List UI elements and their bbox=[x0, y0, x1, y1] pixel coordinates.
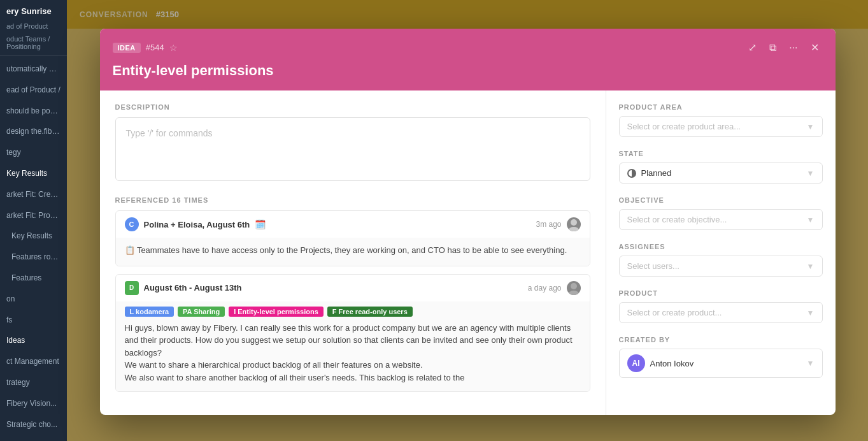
reference-item-2: D August 6th - August 13th a day ago bbox=[115, 274, 590, 393]
sidebar-sub-teams: oduct Teams / Positioning bbox=[0, 33, 67, 53]
description-label: DESCRIPTION bbox=[115, 103, 590, 111]
objective-label: OBJECTIVE bbox=[619, 196, 823, 204]
tag-entity-permissions: I Entity-level permissions bbox=[229, 307, 324, 317]
idea-modal: IDEA #544 ☆ ⤢ ⧉ ··· ✕ Entity-level permi… bbox=[100, 29, 836, 415]
expand-button[interactable]: ⤢ bbox=[744, 39, 760, 56]
sidebar-item-key-results[interactable]: Key Results bbox=[0, 163, 67, 184]
objective-chevron-icon: ▼ bbox=[807, 215, 815, 224]
objective-placeholder: Select or create objective... bbox=[627, 215, 727, 224]
created-by-left: AI Anton Iokov bbox=[627, 354, 694, 372]
description-input[interactable]: Type '/' for commands bbox=[115, 117, 590, 181]
modal-header-top-row: IDEA #544 ☆ ⤢ ⧉ ··· ✕ bbox=[113, 39, 823, 56]
ref1-header: C Polina + Eloisa, August 6th 🗓️ 3m ago bbox=[116, 211, 590, 238]
sidebar-item-fibery-vision[interactable]: Fibery Vision... bbox=[0, 393, 67, 414]
sidebar-item-ct-mgmt[interactable]: ct Management bbox=[0, 351, 67, 372]
sidebar-item-features[interactable]: Features bbox=[0, 268, 67, 289]
ref2-title: August 6th - August 13th bbox=[144, 283, 242, 293]
objective-field: OBJECTIVE Select or create objective... … bbox=[619, 196, 823, 230]
ref1-title: Polina + Eloisa, August 6th bbox=[144, 220, 250, 229]
created-by-label: CREATED BY bbox=[619, 336, 823, 343]
referenced-section: REFERENCED 16 TIMES C Polina + Eloisa, A… bbox=[115, 196, 590, 392]
sidebar-item-features-road[interactable]: Features road... bbox=[0, 247, 67, 268]
tag-free-readonly: F Free read-only users bbox=[327, 307, 413, 317]
modal-body: DESCRIPTION Type '/' for commands REFERE… bbox=[100, 90, 836, 415]
ref1-text: 📋 Teammates have to have access only to … bbox=[125, 244, 581, 257]
assignees-placeholder: Select users... bbox=[627, 261, 679, 271]
star-icon[interactable]: ☆ bbox=[169, 43, 178, 53]
ref2-header-right: a day ago bbox=[528, 281, 581, 295]
product-select[interactable]: Select or create product... ▼ bbox=[619, 302, 823, 323]
product-area-select[interactable]: Select or create product area... ▼ bbox=[619, 116, 823, 137]
modal-overlay: IDEA #544 ☆ ⤢ ⧉ ··· ✕ Entity-level permi… bbox=[67, 0, 868, 441]
svg-point-0 bbox=[571, 219, 577, 226]
more-button[interactable]: ··· bbox=[785, 40, 801, 56]
modal-header-left: IDEA #544 ☆ bbox=[113, 43, 178, 53]
tag-kodamera: L kodamera bbox=[125, 307, 174, 317]
modal-header-actions: ⤢ ⧉ ··· ✕ bbox=[744, 39, 822, 56]
state-select[interactable]: Planned ▼ bbox=[619, 163, 823, 184]
ref2-tag-row: L kodamera PA Sharing I Entity-level per… bbox=[125, 307, 581, 317]
ref2-text3: We also want to share another backlog of… bbox=[125, 372, 581, 384]
creator-name: Anton Iokov bbox=[650, 359, 694, 368]
created-by-select[interactable]: AI Anton Iokov ▼ bbox=[619, 349, 823, 378]
sidebar-item-head-product[interactable]: ead of Product / bbox=[0, 80, 67, 101]
ref1-user-avatar bbox=[567, 217, 581, 231]
modal-left-panel: DESCRIPTION Type '/' for commands REFERE… bbox=[100, 90, 606, 415]
sidebar-item-tegy[interactable]: tegy bbox=[0, 142, 67, 163]
objective-select[interactable]: Select or create objective... ▼ bbox=[619, 209, 823, 230]
product-placeholder: Select or create product... bbox=[627, 308, 722, 317]
ref2-time: a day ago bbox=[528, 284, 562, 293]
product-area-placeholder: Select or create product area... bbox=[627, 122, 741, 131]
sidebar-item-should[interactable]: should be possib... bbox=[0, 101, 67, 122]
ref2-text2: We want to share a hierarchical product … bbox=[125, 359, 581, 372]
description-placeholder: Type '/' for commands bbox=[126, 128, 213, 138]
modal-title: Entity-level permissions bbox=[113, 62, 823, 79]
created-by-chevron-icon: ▼ bbox=[807, 359, 815, 368]
sidebar-item-design[interactable]: design the.fibe... bbox=[0, 121, 67, 142]
svg-point-1 bbox=[569, 227, 579, 231]
chevron-down-icon: ▼ bbox=[807, 122, 815, 131]
product-label: PRODUCT bbox=[619, 289, 823, 297]
product-area-label: PRODUCT AREA bbox=[619, 103, 823, 111]
split-button[interactable]: ⧉ bbox=[765, 40, 780, 56]
state-chevron-icon: ▼ bbox=[807, 169, 815, 178]
ref1-author-avatar: C bbox=[125, 217, 139, 231]
sidebar-item-on[interactable]: on bbox=[0, 289, 67, 310]
modal-header: IDEA #544 ☆ ⤢ ⧉ ··· ✕ Entity-level permi… bbox=[100, 29, 836, 90]
ref2-body: L kodamera PA Sharing I Entity-level per… bbox=[116, 301, 590, 392]
creator-avatar: AI bbox=[627, 354, 645, 372]
created-by-field: CREATED BY AI Anton Iokov ▼ bbox=[619, 336, 823, 378]
state-label: STATE bbox=[619, 150, 823, 157]
ref1-emoji: 🗓️ bbox=[255, 219, 266, 229]
product-area-field: PRODUCT AREA Select or create product ar… bbox=[619, 103, 823, 137]
referenced-label: REFERENCED 16 TIMES bbox=[115, 196, 590, 204]
assignees-select[interactable]: Select users... ▼ bbox=[619, 256, 823, 277]
ref2-header-left: D August 6th - August 13th bbox=[125, 281, 242, 295]
sidebar-divider-1 bbox=[0, 55, 67, 56]
sidebar-workspace-name[interactable]: ery Sunrise bbox=[0, 0, 67, 20]
state-select-left: Planned bbox=[627, 168, 672, 178]
sidebar-item-market1[interactable]: arket Fit: Creat... bbox=[0, 184, 67, 205]
svg-point-3 bbox=[569, 291, 579, 295]
sidebar-item-ideas[interactable]: Ideas bbox=[0, 330, 67, 351]
sidebar-item-key-results-2[interactable]: Key Results bbox=[0, 226, 67, 247]
ref1-emoji-inline: 📋 bbox=[125, 245, 135, 255]
state-field: STATE Planned ▼ bbox=[619, 150, 823, 184]
tag-sharing: PA Sharing bbox=[178, 307, 225, 317]
sidebar-item-freestyle[interactable]: Freestyle get... bbox=[0, 435, 67, 441]
ref2-header: D August 6th - August 13th a day ago bbox=[116, 275, 590, 301]
sidebar-item-trategy[interactable]: trategy bbox=[0, 372, 67, 393]
sidebar-item-autogen[interactable]: utomatically gen... bbox=[0, 59, 67, 80]
ref1-header-left: C Polina + Eloisa, August 6th 🗓️ bbox=[125, 217, 266, 231]
ref2-badge: D bbox=[125, 281, 139, 295]
ref1-time: 3m ago bbox=[536, 220, 561, 229]
ref1-header-right: 3m ago bbox=[536, 217, 580, 231]
ref2-text1: Hi guys, blown away by Fibery. I can rea… bbox=[125, 322, 581, 359]
sidebar-item-fs[interactable]: fs bbox=[0, 310, 67, 331]
sidebar-item-market2[interactable]: arket Fit: Produ... bbox=[0, 205, 67, 226]
close-button[interactable]: ✕ bbox=[807, 39, 823, 56]
product-field: PRODUCT Select or create product... ▼ bbox=[619, 289, 823, 323]
sidebar-item-strategic[interactable]: Strategic cho... bbox=[0, 414, 67, 435]
state-value: Planned bbox=[641, 168, 672, 178]
assignees-field: ASSIGNEES Select users... ▼ bbox=[619, 243, 823, 277]
